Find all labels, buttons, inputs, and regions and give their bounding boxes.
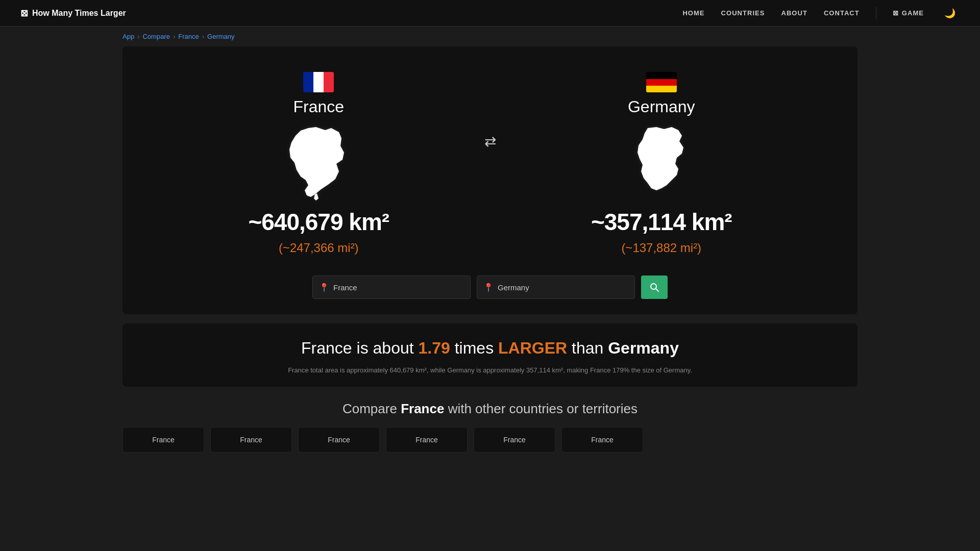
breadcrumb-sep1: › — [137, 33, 139, 40]
germany-name: Germany — [628, 97, 695, 116]
result-country2: Germany — [608, 339, 679, 357]
result-multiplier: 1.79 — [419, 339, 450, 357]
breadcrumb-sep3: › — [202, 33, 204, 40]
france-flag — [303, 72, 334, 92]
brand-name: How Many Times Larger — [32, 9, 126, 18]
result-country1: France — [301, 339, 352, 357]
compare-card-3[interactable]: France — [298, 427, 380, 453]
breadcrumb-app[interactable]: App — [122, 33, 134, 40]
nav-about[interactable]: ABOUT — [781, 9, 807, 17]
result-card: France is about 1.79 times LARGER than G… — [122, 323, 857, 387]
brand-link[interactable]: ⊠ How Many Times Larger — [20, 8, 126, 19]
svg-rect-4 — [646, 79, 677, 86]
compare-section: Compare France with other countries or t… — [122, 401, 857, 453]
result-than: than — [572, 339, 608, 357]
svg-rect-2 — [324, 72, 334, 92]
breadcrumb-sep2: › — [173, 33, 175, 40]
compare-card-5[interactable]: France — [474, 427, 555, 453]
compare-card-label-4: France — [415, 436, 438, 444]
pin-icon-1: 📍 — [319, 283, 329, 292]
breadcrumb-compare[interactable]: Compare — [142, 33, 169, 40]
breadcrumb: App › Compare › France › Germany — [0, 27, 980, 46]
search-input-group-2: 📍 — [477, 276, 635, 299]
compare-card-label-5: France — [503, 436, 526, 444]
svg-rect-5 — [646, 86, 677, 92]
breadcrumb-france[interactable]: France — [178, 33, 199, 40]
france-name: France — [293, 97, 344, 116]
compare-card-label-2: France — [240, 436, 262, 444]
search-icon — [649, 282, 659, 292]
brand-icon: ⊠ — [20, 8, 28, 19]
search-input-2[interactable] — [498, 283, 628, 292]
game-label: GAME — [902, 9, 924, 17]
compare-heading-country: France — [401, 401, 444, 416]
compare-cards-row: France France France France France Franc… — [122, 427, 857, 453]
main-comparison-card: France ~640,679 km² (~247,366 mi²) ⇄ — [122, 46, 857, 314]
nav-contact[interactable]: CONTACT — [824, 9, 860, 17]
breadcrumb-germany: Germany — [207, 33, 234, 40]
svg-rect-0 — [303, 72, 313, 92]
compare-card-label-3: France — [328, 436, 350, 444]
compare-card-6[interactable]: France — [561, 427, 643, 453]
germany-flag — [646, 72, 677, 92]
france-area-mi: (~247,366 mi²) — [279, 241, 359, 255]
comparison-area: France ~640,679 km² (~247,366 mi²) ⇄ — [133, 67, 847, 260]
result-headline: France is about 1.79 times LARGER than G… — [133, 338, 847, 359]
nav-links: HOME COUNTRIES ABOUT CONTACT ⊠ GAME 🌙 — [682, 6, 960, 21]
nav-game[interactable]: ⊠ GAME — [893, 9, 924, 17]
compare-heading-suffix: with other countries or territories — [448, 401, 638, 416]
dark-mode-toggle[interactable]: 🌙 — [940, 6, 960, 21]
result-description: France total area is approximately 640,6… — [133, 365, 847, 376]
game-icon: ⊠ — [893, 9, 899, 17]
swap-icon-col: ⇄ — [484, 72, 496, 150]
country-col-germany: Germany ~357,114 km² (~137,882 mi²) — [496, 72, 827, 255]
compare-card-label-6: France — [591, 436, 614, 444]
compare-heading: Compare France with other countries or t… — [122, 401, 857, 417]
compare-card-label-1: France — [152, 436, 175, 444]
france-area-km: ~640,679 km² — [248, 208, 389, 236]
compare-heading-prefix: Compare — [342, 401, 397, 416]
swap-icon[interactable]: ⇄ — [484, 133, 496, 150]
nav-home[interactable]: HOME — [682, 9, 704, 17]
result-times: times — [455, 339, 498, 357]
germany-area-mi: (~137,882 mi²) — [621, 241, 701, 255]
pin-icon-2: 📍 — [483, 283, 494, 292]
svg-rect-3 — [646, 72, 677, 79]
germany-area-km: ~357,114 km² — [591, 208, 732, 236]
result-larger: LARGER — [498, 339, 567, 357]
svg-line-7 — [656, 289, 659, 292]
search-input-1[interactable] — [333, 283, 464, 292]
result-prefix: is about — [357, 339, 419, 357]
search-input-group-1: 📍 — [312, 276, 471, 299]
germany-map — [621, 121, 702, 203]
country-col-france: France ~640,679 km² (~247,366 mi²) — [153, 72, 484, 255]
compare-card-1[interactable]: France — [122, 427, 204, 453]
nav-countries[interactable]: COUNTRIES — [721, 9, 765, 17]
nav-divider — [876, 7, 876, 19]
navbar: ⊠ How Many Times Larger HOME COUNTRIES A… — [0, 0, 980, 27]
svg-rect-1 — [313, 72, 324, 92]
france-map — [278, 121, 359, 203]
compare-card-4[interactable]: France — [386, 427, 468, 453]
compare-card-2[interactable]: France — [210, 427, 292, 453]
search-button[interactable] — [641, 276, 668, 299]
